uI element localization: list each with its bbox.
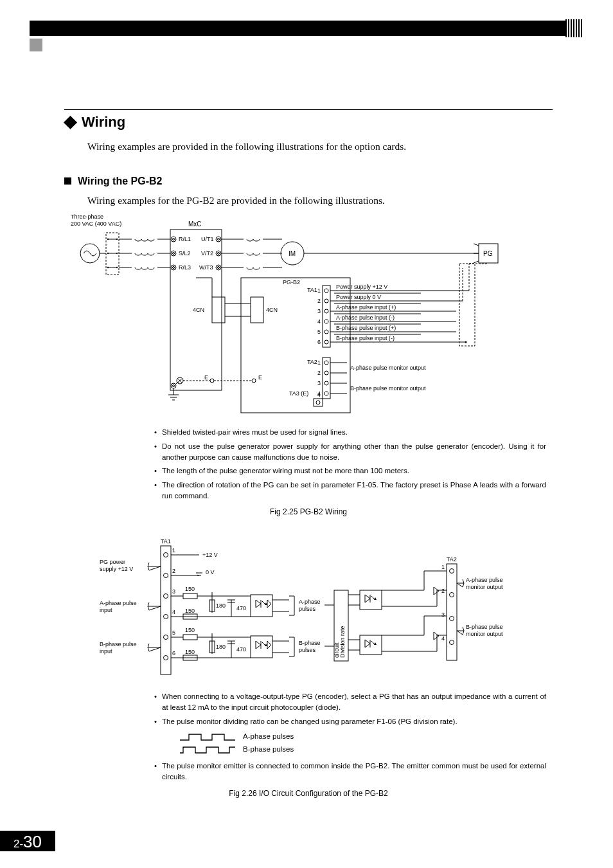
svg-text:0 V: 0 V	[206, 569, 215, 575]
svg-text:1: 1	[317, 287, 321, 294]
wiring-diagram-svg: .t{font:10px Arial;} .ts{font:9px Arial;…	[71, 213, 546, 419]
svg-point-236	[450, 640, 454, 645]
svg-point-19	[171, 265, 176, 270]
subsection-title: Wiring the PG-B2	[78, 176, 162, 187]
pulse-legend-b: B-phase pulses	[180, 743, 553, 754]
svg-text:180: 180	[216, 602, 226, 609]
diamond-icon	[64, 115, 77, 129]
svg-point-98	[324, 361, 328, 365]
svg-point-120	[164, 574, 168, 578]
source-label-1: Three-phase	[71, 213, 103, 220]
svg-point-23	[218, 239, 220, 240]
svg-text:TA2: TA2	[447, 556, 457, 563]
svg-text:470: 470	[236, 646, 246, 653]
figure-2-26: .t{font:10px Arial;} .ts{font:9px Arial;…	[71, 536, 553, 686]
svg-text:2: 2	[317, 298, 321, 304]
note-item: Shielded twisted-pair wires must be used…	[154, 427, 546, 438]
svg-text:2: 2	[172, 568, 175, 574]
pulse-label-a: A-phase pulses	[243, 732, 294, 740]
svg-point-20	[173, 267, 175, 269]
header-zebra	[565, 19, 582, 37]
svg-text:E: E	[204, 374, 208, 381]
figure-2-caption: Fig 2.26 I/O Circuit Configuration of th…	[64, 789, 553, 798]
svg-text:B-phase pulse monitor output: B-phase pulse monitor output	[350, 385, 426, 392]
source-label-2: 200 VAC (400 VAC)	[71, 221, 121, 227]
svg-text:3: 3	[172, 588, 175, 595]
svg-point-122	[164, 594, 168, 599]
svg-text:A-phase: A-phase	[299, 599, 321, 605]
svg-text:A-phase pulse input (+): A-phase pulse input (+)	[336, 304, 396, 311]
svg-text:input: input	[100, 607, 112, 613]
svg-marker-160	[256, 600, 261, 608]
intro-text: Wiring examples are provided in the foll…	[87, 140, 553, 154]
note-item: The pulse monitor dividing ratio can be …	[154, 716, 546, 727]
svg-text:B-phase pulse input (-): B-phase pulse input (-)	[336, 335, 395, 341]
page-number: 2-30	[0, 831, 55, 851]
svg-text:3: 3	[317, 308, 321, 314]
page-chapter: 2-	[13, 838, 23, 851]
svg-text:B-phase pulse: B-phase pulse	[466, 624, 503, 630]
svg-text:470: 470	[236, 605, 246, 611]
note-item: When connecting to a voltage-output-type…	[154, 691, 546, 712]
svg-point-28	[216, 265, 221, 270]
svg-rect-229	[447, 564, 457, 660]
svg-point-54	[173, 385, 175, 387]
svg-point-113	[316, 401, 320, 404]
svg-text:A-phase pulse: A-phase pulse	[466, 577, 503, 583]
note-item: The direction of rotation of the PG can …	[154, 480, 546, 501]
svg-text:+12 V: +12 V	[202, 552, 218, 558]
svg-text:1: 1	[441, 564, 445, 570]
svg-text:supply +12 V: supply +12 V	[100, 566, 133, 572]
svg-point-7	[116, 253, 118, 254]
svg-marker-164	[267, 600, 271, 608]
svg-text:150: 150	[185, 649, 195, 655]
figure-2-25: .t{font:10px Arial;} .ts{font:9px Arial;…	[71, 213, 553, 422]
figure-1-caption: Fig 2.25 PG-B2 Wiring	[64, 507, 553, 516]
pulse-wave-icon	[180, 732, 238, 741]
svg-marker-201	[365, 595, 370, 602]
svg-point-26	[218, 253, 220, 255]
svg-text:A-phase pulse monitor output: A-phase pulse monitor output	[350, 365, 426, 371]
svg-text:V/T2: V/T2	[201, 250, 213, 257]
svg-point-50	[252, 379, 256, 383]
svg-text:IM: IM	[289, 250, 296, 257]
svg-text:5: 5	[172, 629, 175, 636]
svg-text:180: 180	[216, 644, 226, 650]
svg-rect-39	[251, 297, 263, 323]
svg-point-25	[216, 251, 221, 256]
square-icon	[64, 177, 71, 185]
svg-text:4: 4	[317, 392, 321, 398]
svg-text:U/T1: U/T1	[201, 236, 214, 242]
svg-point-83	[465, 341, 467, 343]
svg-text:pulses: pulses	[299, 647, 316, 653]
svg-text:pulses: pulses	[299, 606, 316, 612]
svg-point-9	[107, 267, 109, 268]
svg-rect-214	[360, 635, 382, 655]
svg-point-63	[324, 289, 328, 293]
svg-text:TA1: TA1	[161, 538, 171, 545]
svg-point-71	[324, 330, 328, 334]
svg-rect-38	[212, 297, 225, 323]
svg-point-65	[324, 299, 328, 303]
svg-text:TA2: TA2	[307, 359, 317, 365]
page-num: 30	[23, 832, 42, 852]
svg-point-14	[173, 239, 175, 240]
svg-marker-213	[434, 587, 439, 595]
svg-point-48	[210, 379, 214, 383]
svg-text:4: 4	[441, 635, 445, 642]
svg-text:3: 3	[317, 380, 321, 386]
svg-point-13	[171, 237, 176, 242]
header-accent	[30, 39, 42, 51]
note-item: The length of the pulse generator wiring…	[154, 466, 546, 476]
svg-text:S/L2: S/L2	[179, 250, 191, 257]
svg-text:3: 3	[441, 611, 445, 618]
svg-text:150: 150	[185, 608, 195, 614]
figure-2-notes-a: When connecting to a voltage-output-type…	[154, 691, 546, 727]
svg-text:4: 4	[317, 318, 321, 325]
svg-point-232	[450, 593, 454, 597]
svg-text:monitor output: monitor output	[466, 584, 503, 590]
svg-point-124	[164, 615, 168, 619]
figure-1-notes: Shielded twisted-pair wires must be used…	[154, 427, 546, 501]
svg-text:Power supply +12 V: Power supply +12 V	[336, 284, 387, 290]
svg-rect-200	[360, 590, 382, 610]
